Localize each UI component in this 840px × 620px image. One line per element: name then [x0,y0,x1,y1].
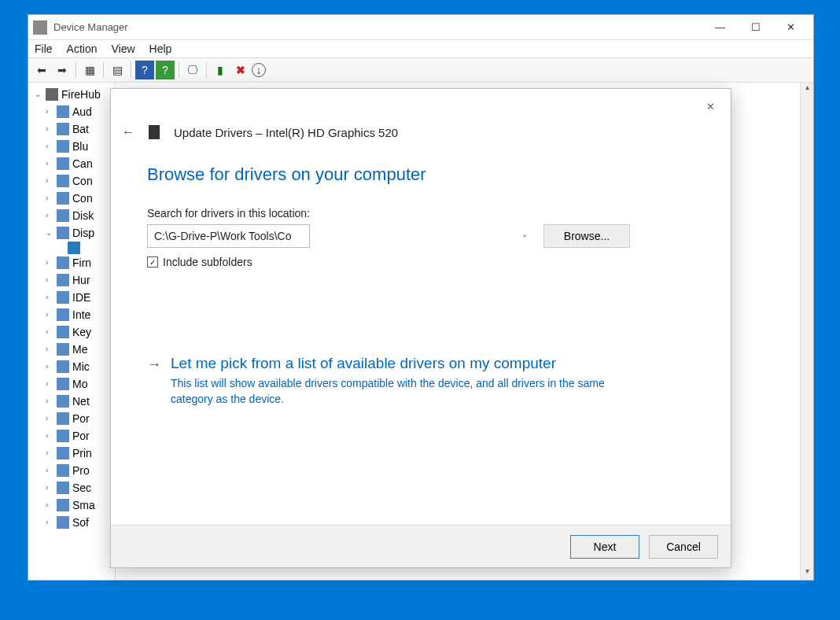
cancel-button[interactable]: Cancel [649,535,718,559]
tree-item[interactable]: ›Key [30,323,113,341]
help-green-icon[interactable]: ? [156,61,175,79]
menu-action[interactable]: Action [67,42,98,55]
tree-item-label: Mic [72,358,90,375]
tree-item[interactable]: ›Mo [30,375,113,393]
device-category-icon [57,227,69,239]
tree-item-label: Sof [72,514,89,531]
back-icon[interactable]: ⬅ [32,61,51,79]
tree-subitem[interactable] [30,242,113,254]
tree-item[interactable]: ›Mic [30,358,113,375]
chevron-icon: › [46,120,53,138]
tree-item[interactable]: ›Hur [30,271,113,289]
delete-icon[interactable]: ✖ [231,61,250,79]
properties-icon[interactable]: ▤ [108,61,127,79]
dialog-close-icon[interactable]: ✕ [696,95,724,117]
chevron-icon: › [46,375,53,393]
tree-item[interactable]: ›Prin [30,445,113,462]
update-drivers-dialog: ✕ ← Update Drivers – Intel(R) HD Graphic… [110,88,731,568]
tree-item-label: Disk [72,207,94,224]
scroll-up-icon[interactable]: ▴ [801,83,813,96]
uninstall-icon[interactable]: ▮ [211,61,230,79]
pick-driver-option[interactable]: → Let me pick from a list of available d… [147,355,694,408]
forward-icon[interactable]: ➡ [53,61,72,79]
include-subfolders-row[interactable]: ✓ Include subfolders [147,256,694,268]
tree-item[interactable]: ⌄Disp [30,224,113,242]
device-category-icon [57,482,69,494]
tree-root[interactable]: ⌄ FireHub [30,86,113,103]
chevron-icon: › [46,496,53,514]
device-category-icon [57,464,69,477]
tree-item[interactable]: ›Disk [30,207,113,224]
show-hidden-icon[interactable]: ▦ [80,61,99,79]
chevron-icon: › [46,207,53,224]
tree-item[interactable]: ›Blu [30,138,113,155]
menu-help[interactable]: Help [149,42,172,55]
tree-item-label: Por [72,410,90,427]
tree-item[interactable]: ›Net [30,393,113,410]
tree-item[interactable]: ›Firn [30,254,113,271]
update-driver-icon[interactable]: 🖵 [183,61,202,79]
tree-item[interactable]: ›Por [30,427,113,445]
scrollbar[interactable]: ▴ ▾ [800,83,813,580]
device-category-icon [57,412,69,425]
pick-driver-desc: This list will show available drivers co… [171,375,643,408]
scan-icon[interactable]: ↓ [252,63,266,77]
browse-button[interactable]: Browse... [543,224,630,248]
device-category-icon [57,175,69,187]
tree-item[interactable]: ›Sec [30,479,113,496]
device-category-icon [57,291,69,304]
tree-item[interactable]: ›IDE [30,289,113,306]
dialog-title: Update Drivers – Intel(R) HD Graphics 52… [174,126,398,139]
tree-item[interactable]: ›Inte [30,306,113,323]
device-category-icon [57,274,69,286]
tree-item[interactable]: ›Bat [30,120,113,138]
back-arrow-icon[interactable]: ← [122,125,139,139]
chevron-icon: › [46,138,53,155]
tree-item[interactable]: ›Can [30,155,113,172]
device-category-icon [57,378,69,390]
chevron-icon: › [46,103,53,120]
tree-item-label: Sec [72,479,91,496]
maximize-button[interactable]: ☐ [738,16,773,39]
scroll-down-icon[interactable]: ▾ [801,566,813,580]
device-category-icon [57,516,69,529]
tree-item-label: Key [72,323,91,341]
device-category-icon [57,308,69,321]
next-button[interactable]: Next [570,535,639,559]
driver-path-input[interactable] [147,224,310,248]
close-button[interactable]: ✕ [773,16,809,39]
tree-item-label: Prin [72,445,92,462]
chevron-icon: › [46,462,53,479]
minimize-button[interactable]: — [702,16,738,39]
titlebar: Device Manager — ☐ ✕ [28,15,813,40]
menu-file[interactable]: File [35,42,53,55]
menu-view[interactable]: View [111,42,134,55]
tree-item-label: Pro [72,462,90,479]
chevron-icon: ⌄ [46,224,53,242]
tree-item[interactable]: ›Me [30,341,113,358]
tree-item-label: Me [72,341,87,358]
include-subfolders-checkbox[interactable]: ✓ [147,256,158,268]
chevron-down-icon[interactable]: ⌄ [521,230,528,238]
tree-item-label: Sma [72,496,95,514]
tree-item[interactable]: ›Con [30,172,113,190]
tree-item[interactable]: ›Por [30,410,113,427]
tree-item-label: IDE [72,289,90,306]
tree-item-label: Net [72,393,90,410]
help-blue-icon[interactable]: ? [135,61,154,79]
dialog-footer: Next Cancel [111,525,731,567]
device-tree[interactable]: ⌄ FireHub ›Aud›Bat›Blu›Can›Con›Con›Disk⌄… [28,83,115,580]
device-category-icon [57,140,69,153]
chevron-icon: › [46,445,53,462]
tree-item[interactable]: ›Pro [30,462,113,479]
arrow-right-icon: → [147,356,161,373]
tree-item[interactable]: ›Sma [30,496,113,514]
tree-item[interactable]: ›Sof [30,514,113,531]
tree-item[interactable]: ›Aud [30,103,113,120]
chevron-icon: › [46,427,53,445]
tree-item-label: Inte [72,306,90,323]
dialog-header: ✕ [111,89,731,124]
tree-item[interactable]: ›Con [30,190,113,207]
chevron-icon: › [46,341,53,358]
tree-item-label: Firn [72,254,91,271]
